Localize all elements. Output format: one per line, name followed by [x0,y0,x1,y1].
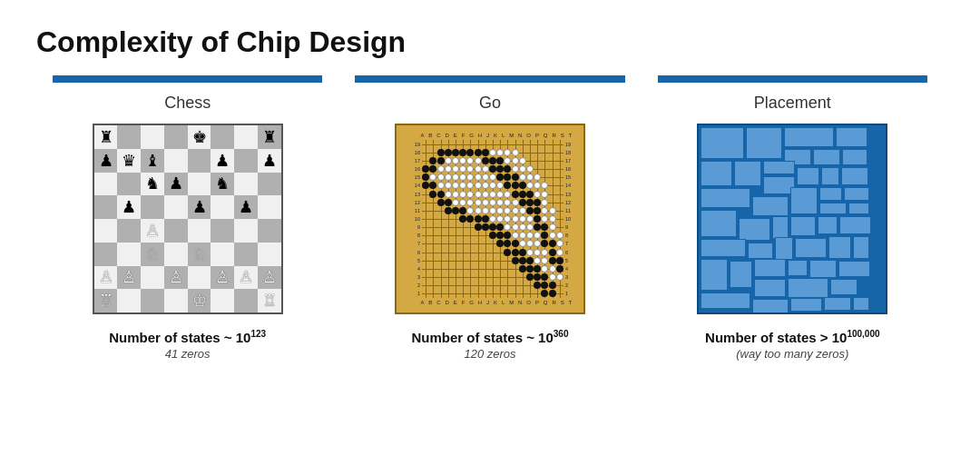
go-cell [519,182,526,190]
chess-cell [211,289,234,312]
go-stone-black [422,173,429,181]
go-cell [519,273,526,282]
chess-cell [258,243,281,266]
go-cell [482,273,489,282]
go-stone-white [534,191,541,198]
go-stone-white [445,173,452,181]
go-stone-white [445,182,452,189]
go-cell [474,140,481,148]
go-cell [526,198,534,206]
go-blue-bar [355,75,624,83]
go-cell [512,264,519,273]
go-stone-white [541,191,548,198]
go-stone-black [519,199,526,206]
go-cell [466,223,474,232]
go-cell [436,214,444,223]
chess-cell: ♖ [258,289,281,312]
go-stone-black [496,240,504,247]
chess-cell [164,125,188,149]
go-stone-white [475,182,482,189]
go-cell [519,290,526,298]
go-cell [541,248,548,256]
go-stone-black [504,173,511,181]
go-cell [556,140,564,148]
go-cell [482,282,489,290]
go-stone-black [526,207,534,214]
go-stone-white [519,215,526,223]
go-cell [496,256,504,264]
go-stone-white [541,199,548,206]
go-cell [519,140,526,148]
go-stone-white [489,182,496,189]
go-cell [436,264,444,273]
go-cell [452,290,459,298]
chess-cell [94,195,118,219]
go-cell [519,232,526,240]
go-stone-white [437,165,445,173]
go-cell [466,282,474,290]
go-stone-white [534,240,541,247]
go-cell [504,190,511,198]
go-cell [482,240,489,248]
go-cell [459,190,466,198]
placement-rect [701,210,737,237]
go-cell [474,240,481,248]
go-cell [489,240,496,248]
main-columns: Chess ♜♚♜♟♛♝♟♟♞♟♞♟♟♟♙♘♘♙♙♙♙♙♙♖♔♖ Number … [36,75,944,361]
go-cell [489,248,496,256]
chess-cell: ♟ [94,149,118,173]
chess-cell: ♛ [117,149,141,173]
go-cell [504,240,511,248]
go-cell [466,156,474,164]
go-cell [482,198,489,206]
go-cell [512,173,519,182]
go-cell [474,173,481,182]
go-cell [459,198,466,206]
go-cell [436,282,444,290]
go-stone-white [526,165,534,173]
go-cell [474,223,481,232]
go-stone-white [541,249,548,256]
go-stone-black [475,223,482,231]
go-cell [496,198,504,206]
go-stone-white [489,191,496,198]
go-cell [452,198,459,206]
go-cell [422,156,429,164]
go-stone-black [475,215,482,223]
go-cell [534,256,541,264]
placement-rect [790,187,818,214]
go-cell [541,190,548,198]
go-cell [445,282,452,290]
placement-rect [788,278,828,298]
go-cell [459,290,466,298]
chess-cell [117,173,141,196]
go-cell [436,290,444,298]
go-cell [512,256,519,264]
placement-rect [754,259,786,277]
go-cell [482,140,489,148]
go-cell [549,164,556,173]
go-stone-white [466,182,474,189]
go-stone-black [437,199,445,206]
go-cell [445,223,452,232]
go-stone-white [549,232,556,239]
go-cell [445,190,452,198]
go-cell [519,214,526,223]
go-cell [504,214,511,223]
go-stone-white [466,173,474,181]
go-cell [549,264,556,273]
go-cell [429,148,436,156]
go-stone-white [549,215,556,223]
go-stone-black [534,199,541,206]
go-cell [422,248,429,256]
go-cell [459,214,466,223]
go-stone-white [482,165,489,173]
go-cell [541,206,548,214]
go-cell [429,140,436,148]
go-cell [429,223,436,232]
go-cell [556,164,564,173]
go-cell [541,282,548,290]
placement-rect [828,236,851,259]
placement-rect [818,216,838,234]
go-cell [482,232,489,240]
